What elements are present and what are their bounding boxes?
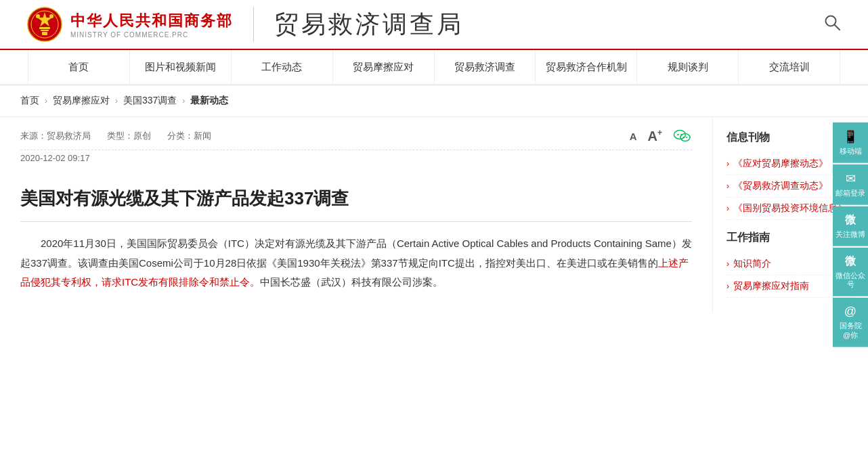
- publication-link-1[interactable]: 《应对贸易摩擦动态》: [733, 158, 828, 170]
- meta-category-value: 新闻: [194, 131, 211, 141]
- svg-point-11: [677, 134, 679, 136]
- svg-rect-7: [42, 32, 47, 35]
- breadcrumb-trade-friction[interactable]: 贸易摩擦应对: [53, 95, 110, 107]
- mobile-icon: 📱: [843, 129, 858, 143]
- publication-link-2[interactable]: 《贸易救济调查动态》: [733, 180, 828, 192]
- state-council-icon: @: [844, 305, 856, 313]
- float-email-btn[interactable]: ✉ 邮箱登录: [833, 164, 868, 205]
- breadcrumb-home[interactable]: 首页: [20, 95, 39, 107]
- float-wechat-btn[interactable]: 微 微信公众号: [833, 248, 868, 296]
- datetime-value: 2020-12-02 09:17: [20, 153, 90, 163]
- nav-item-trade-relief[interactable]: 贸易救济调查: [435, 50, 536, 85]
- meta-type-label: 类型：: [107, 131, 133, 141]
- search-button[interactable]: [823, 14, 841, 35]
- nav-list: 首页 图片和视频新闻 工作动态 贸易摩擦应对 贸易救济调查 贸易救济合作机制 规…: [28, 50, 840, 85]
- main-nav: 首页 图片和视频新闻 工作动态 贸易摩擦应对 贸易救济调查 贸易救济合作机制 规…: [0, 50, 868, 85]
- breadcrumb-sep-1: ›: [45, 96, 47, 106]
- article-meta: 来源：贸易救济局 类型：原创 分类：新闻 A A+: [20, 117, 692, 150]
- breadcrumb-sep-3: ›: [182, 96, 185, 106]
- publication-link-3[interactable]: 《国别贸易投资环境信息》: [733, 202, 847, 215]
- svg-rect-6: [41, 30, 49, 31]
- article-body: 2020年11月30日，美国国际贸易委员会（ITC）决定对有源光缆及其下游产品（…: [20, 234, 692, 292]
- ministry-name-en: MINISTRY OF COMMERCE.PRC: [70, 31, 233, 39]
- breadcrumb: 首页 › 贸易摩擦应对 › 美国337调查 › 最新动态: [0, 85, 868, 117]
- meta-category: 分类：新闻: [167, 130, 211, 142]
- svg-point-14: [682, 137, 684, 138]
- nav-item-negotiation[interactable]: 规则谈判: [637, 50, 739, 85]
- text-tools: A A+: [630, 127, 692, 146]
- meta-category-label: 分类：: [167, 131, 194, 141]
- arrow-icon-4: ›: [726, 259, 729, 269]
- main-article: 来源：贸易救济局 类型：原创 分类：新闻 A A+: [0, 117, 712, 313]
- meta-source-label: 来源：: [20, 131, 47, 141]
- content-wrapper: 来源：贸易救济局 类型：原创 分类：新闻 A A+: [0, 117, 868, 313]
- arrow-icon-3: ›: [726, 204, 729, 213]
- national-emblem: [27, 7, 62, 42]
- float-mobile-btn[interactable]: 📱 移动端: [833, 122, 868, 162]
- article-datetime: 2020-12-02 09:17: [20, 150, 692, 170]
- arrow-icon-1: ›: [726, 159, 729, 169]
- logo-text: 中华人民共和国商务部 MINISTRY OF COMMERCE.PRC: [70, 11, 233, 39]
- meta-type-value: 原创: [133, 131, 151, 141]
- svg-point-4: [49, 14, 53, 18]
- guide-link-2[interactable]: 贸易摩擦应对指南: [733, 280, 809, 292]
- site-header: 中华人民共和国商务部 MINISTRY OF COMMERCE.PRC 贸易救济…: [0, 0, 868, 50]
- float-sidebar: 📱 移动端 ✉ 邮箱登录 微 关注微博 微 微信公众号 @ 国务院@你: [833, 122, 868, 313]
- department-name: 贸易救济调查局: [274, 8, 464, 41]
- article-paragraph-1: 2020年11月30日，美国国际贸易委员会（ITC）决定对有源光缆及其下游产品（…: [20, 234, 692, 292]
- svg-point-3: [36, 14, 40, 18]
- breadcrumb-sep-2: ›: [115, 96, 118, 106]
- meta-source: 来源：贸易救济局: [20, 130, 91, 142]
- article-highlight: 上述产品侵犯其专利权，请求ITC发布有限排除令和禁止令。: [20, 257, 689, 288]
- weibo-icon: 微: [845, 213, 856, 227]
- float-weibo-label: 关注微博: [836, 230, 865, 239]
- guide-link-1[interactable]: 知识简介: [733, 258, 771, 270]
- arrow-icon-5: ›: [726, 282, 729, 291]
- float-weibo-btn[interactable]: 微 关注微博: [833, 206, 868, 246]
- float-state-council-btn[interactable]: @ 国务院@你: [833, 298, 868, 313]
- nav-item-home[interactable]: 首页: [28, 50, 130, 85]
- float-wechat-label: 微信公众号: [836, 271, 865, 289]
- arrow-icon-2: ›: [726, 181, 729, 191]
- nav-item-cooperation[interactable]: 贸易救济合作机制: [536, 50, 637, 85]
- meta-type: 类型：原创: [107, 130, 151, 142]
- svg-point-15: [686, 137, 687, 138]
- article-title: 美国对有源光缆及其下游产品发起337调查: [20, 170, 692, 221]
- font-large-button[interactable]: A+: [648, 128, 662, 144]
- nav-item-news[interactable]: 图片和视频新闻: [130, 50, 232, 85]
- nav-item-training[interactable]: 交流培训: [739, 50, 840, 85]
- logo-block: 中华人民共和国商务部 MINISTRY OF COMMERCE.PRC: [27, 7, 254, 42]
- wechat-icon: 微: [845, 254, 856, 269]
- float-mobile-label: 移动端: [840, 146, 862, 155]
- meta-source-value: 贸易救济局: [47, 131, 91, 141]
- ministry-name: 中华人民共和国商务部: [70, 11, 233, 31]
- font-small-button[interactable]: A: [630, 131, 637, 142]
- float-email-label: 邮箱登录: [836, 189, 865, 198]
- breadcrumb-337[interactable]: 美国337调查: [123, 95, 177, 107]
- nav-item-work[interactable]: 工作动态: [232, 50, 333, 85]
- svg-line-9: [835, 25, 840, 30]
- breadcrumb-latest[interactable]: 最新动态: [190, 95, 228, 107]
- article-divider: [20, 221, 692, 222]
- svg-rect-5: [39, 27, 50, 29]
- nav-item-trade-friction[interactable]: 贸易摩擦应对: [333, 50, 435, 85]
- svg-point-8: [826, 16, 836, 26]
- email-icon: ✉: [846, 171, 856, 186]
- wechat-share-button[interactable]: [673, 127, 692, 146]
